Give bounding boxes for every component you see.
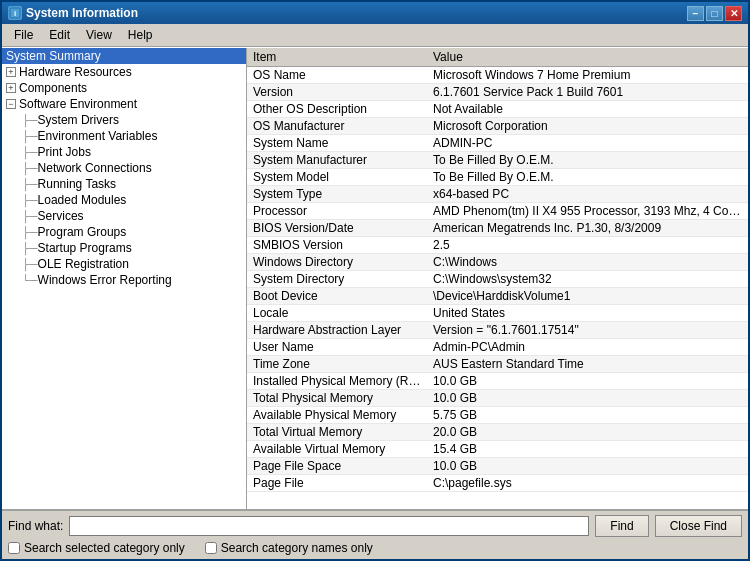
table-row: Installed Physical Memory (RAM)10.0 GB: [247, 373, 748, 390]
tree-indent: ├─: [6, 114, 38, 126]
tree-indent: ├─: [6, 162, 38, 174]
minimize-button[interactable]: −: [687, 6, 704, 21]
sidebar-item-startup-programs[interactable]: ├─ Startup Programs: [2, 240, 246, 256]
sidebar-item-print-jobs[interactable]: ├─ Print Jobs: [2, 144, 246, 160]
sidebar-label: OLE Registration: [38, 257, 129, 271]
menu-edit[interactable]: Edit: [41, 26, 78, 44]
find-button[interactable]: Find: [595, 515, 648, 537]
search-category-names-input[interactable]: [205, 542, 217, 554]
table-cell-value: 20.0 GB: [427, 424, 748, 441]
main-content: System Summary + Hardware Resources + Co…: [2, 47, 748, 509]
sidebar-item-windows-error-reporting[interactable]: └─ Windows Error Reporting: [2, 272, 246, 288]
table-cell-value: AUS Eastern Standard Time: [427, 356, 748, 373]
table-cell-item: Time Zone: [247, 356, 427, 373]
table-cell-value: Admin-PC\Admin: [427, 339, 748, 356]
sidebar-item-ole-registration[interactable]: ├─ OLE Registration: [2, 256, 246, 272]
sidebar-item-hardware-resources[interactable]: + Hardware Resources: [2, 64, 246, 80]
sidebar-label: Startup Programs: [38, 241, 132, 255]
table-cell-item: Available Virtual Memory: [247, 441, 427, 458]
sidebar-label: Windows Error Reporting: [38, 273, 172, 287]
sidebar-label: Environment Variables: [38, 129, 158, 143]
sidebar: System Summary + Hardware Resources + Co…: [2, 48, 247, 509]
search-selected-category-input[interactable]: [8, 542, 20, 554]
table-row: Page File Space10.0 GB: [247, 458, 748, 475]
table-row: Hardware Abstraction LayerVersion = "6.1…: [247, 322, 748, 339]
tree-indent: └─: [6, 274, 38, 286]
restore-button[interactable]: □: [706, 6, 723, 21]
col-header-item: Item: [247, 48, 427, 67]
table-cell-item: Boot Device: [247, 288, 427, 305]
table-row: Page FileC:\pagefile.sys: [247, 475, 748, 492]
tree-indent: ├─: [6, 146, 38, 158]
table-cell-item: Processor: [247, 203, 427, 220]
table-cell-item: BIOS Version/Date: [247, 220, 427, 237]
search-category-names-checkbox[interactable]: Search category names only: [205, 541, 373, 555]
table-row: Boot Device\Device\HarddiskVolume1: [247, 288, 748, 305]
app-icon: i: [8, 6, 22, 20]
table-cell-value: Microsoft Windows 7 Home Premium: [427, 67, 748, 84]
tree-indent: ├─: [6, 194, 38, 206]
sidebar-label: Running Tasks: [38, 177, 117, 191]
sidebar-label: Program Groups: [38, 225, 127, 239]
find-input[interactable]: [69, 516, 589, 536]
table-cell-item: Version: [247, 84, 427, 101]
table-cell-value: American Megatrends Inc. P1.30, 8/3/2009: [427, 220, 748, 237]
sidebar-item-env-vars[interactable]: ├─ Environment Variables: [2, 128, 246, 144]
tree-indent: ├─: [6, 178, 38, 190]
table-cell-item: User Name: [247, 339, 427, 356]
table-cell-value: 2.5: [427, 237, 748, 254]
menu-file[interactable]: File: [6, 26, 41, 44]
table-cell-value: ADMIN-PC: [427, 135, 748, 152]
table-row: OS ManufacturerMicrosoft Corporation: [247, 118, 748, 135]
main-window: i System Information − □ ✕ File Edit Vie…: [0, 0, 750, 561]
table-cell-item: System Directory: [247, 271, 427, 288]
table-row: Other OS DescriptionNot Available: [247, 101, 748, 118]
sidebar-item-components[interactable]: + Components: [2, 80, 246, 96]
tree-indent: ├─: [6, 210, 38, 222]
table-cell-value: 10.0 GB: [427, 458, 748, 475]
sidebar-item-system-drivers[interactable]: ├─ System Drivers: [2, 112, 246, 128]
table-cell-item: OS Name: [247, 67, 427, 84]
expand-icon: −: [6, 99, 16, 109]
close-find-button[interactable]: Close Find: [655, 515, 742, 537]
table-row: Available Physical Memory5.75 GB: [247, 407, 748, 424]
table-cell-item: Other OS Description: [247, 101, 427, 118]
table-cell-value: 10.0 GB: [427, 373, 748, 390]
tree-indent: ├─: [6, 258, 38, 270]
tree-indent: ├─: [6, 242, 38, 254]
sidebar-item-software-environment[interactable]: − Software Environment: [2, 96, 246, 112]
table-cell-value: To Be Filled By O.E.M.: [427, 152, 748, 169]
title-buttons: − □ ✕: [687, 6, 742, 21]
table-cell-value: To Be Filled By O.E.M.: [427, 169, 748, 186]
table-cell-value: C:\Windows: [427, 254, 748, 271]
table-cell-item: Available Physical Memory: [247, 407, 427, 424]
menu-help[interactable]: Help: [120, 26, 161, 44]
sidebar-item-services[interactable]: ├─ Services: [2, 208, 246, 224]
sidebar-label: System Drivers: [38, 113, 119, 127]
table-row: Time ZoneAUS Eastern Standard Time: [247, 356, 748, 373]
menu-view[interactable]: View: [78, 26, 120, 44]
find-row: Find what: Find Close Find: [8, 515, 742, 537]
tree-indent: ├─: [6, 226, 38, 238]
table-cell-item: System Manufacturer: [247, 152, 427, 169]
sidebar-label: Network Connections: [38, 161, 152, 175]
sidebar-item-loaded-modules[interactable]: ├─ Loaded Modules: [2, 192, 246, 208]
table-row: System ModelTo Be Filled By O.E.M.: [247, 169, 748, 186]
table-cell-item: Page File Space: [247, 458, 427, 475]
table-cell-value: 6.1.7601 Service Pack 1 Build 7601: [427, 84, 748, 101]
tree-indent: ├─: [6, 130, 38, 142]
sidebar-item-running-tasks[interactable]: ├─ Running Tasks: [2, 176, 246, 192]
table-cell-item: Windows Directory: [247, 254, 427, 271]
close-button[interactable]: ✕: [725, 6, 742, 21]
sidebar-item-program-groups[interactable]: ├─ Program Groups: [2, 224, 246, 240]
content-panel: Item Value OS NameMicrosoft Windows 7 Ho…: [247, 48, 748, 509]
find-label: Find what:: [8, 519, 63, 533]
sidebar-item-network-connections[interactable]: ├─ Network Connections: [2, 160, 246, 176]
table-cell-item: Total Virtual Memory: [247, 424, 427, 441]
search-selected-category-checkbox[interactable]: Search selected category only: [8, 541, 185, 555]
table-row: OS NameMicrosoft Windows 7 Home Premium: [247, 67, 748, 84]
table-cell-item: System Type: [247, 186, 427, 203]
table-row: ProcessorAMD Phenom(tm) II X4 955 Proces…: [247, 203, 748, 220]
info-table: Item Value OS NameMicrosoft Windows 7 Ho…: [247, 48, 748, 492]
sidebar-item-system-summary[interactable]: System Summary: [2, 48, 246, 64]
